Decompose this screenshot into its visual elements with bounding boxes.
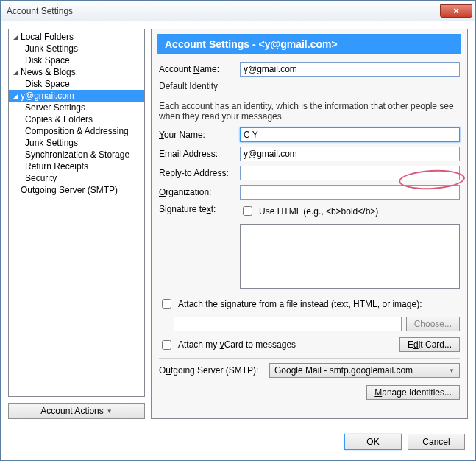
use-html-row: Use HTML (e.g., <b>bold</b>) [240, 204, 460, 218]
organization-input[interactable] [240, 185, 460, 200]
cancel-button[interactable]: Cancel [408, 434, 465, 450]
titlebar: Account Settings ✕ [1, 1, 475, 21]
tree-local-junk[interactable]: Junk Settings [9, 43, 144, 54]
tree-news-blogs[interactable]: ◢ News & Blogs [9, 66, 144, 78]
tree-local-disk[interactable]: Disk Space [9, 54, 144, 66]
tree-security[interactable]: Security [9, 172, 144, 184]
chevron-down-icon: ◢ [13, 92, 21, 99]
tree-return-receipts[interactable]: Return Receipts [9, 161, 144, 172]
tree-junk-settings[interactable]: Junk Settings [9, 137, 144, 149]
email-input[interactable] [240, 147, 460, 161]
divider [159, 358, 460, 359]
smtp-row: Outgoing Server (SMTP): Google Mail - sm… [159, 363, 460, 378]
email-row: Email Address: [159, 147, 460, 161]
tree-sync-storage[interactable]: Synchronization & Storage [9, 149, 144, 161]
close-icon: ✕ [453, 7, 459, 15]
signature-label: Signature text: [159, 204, 240, 214]
smtp-value: Google Mail - smtp.googlemail.com [274, 365, 413, 376]
smtp-label: Outgoing Server (SMTP): [159, 365, 269, 376]
use-html-checkbox[interactable] [243, 206, 252, 216]
account-name-row: Account Name: [159, 62, 460, 77]
reply-to-label: Reply-to Address: [159, 168, 240, 178]
use-html-label: Use HTML (e.g., <b>bold</b>) [259, 206, 378, 217]
account-name-label: Account Name: [159, 64, 240, 74]
your-name-row: Your Name: [159, 127, 460, 142]
sig-file-row: Choose... [159, 317, 460, 331]
reply-to-row: Reply-to Address: [159, 166, 460, 180]
dialog-window: Account Settings ✕ ◢ Local Folders Junk … [0, 0, 476, 461]
attach-sig-label: Attach the signature from a file instead… [178, 299, 422, 309]
manage-identities-row: Manage Identities... [159, 385, 460, 400]
tree-composition-addressing[interactable]: Composition & Addressing [9, 125, 144, 137]
tree-outgoing-smtp[interactable]: Outgoing Server (SMTP) [9, 184, 144, 196]
sig-file-input [174, 317, 402, 331]
chevron-down-icon: ◢ [13, 33, 21, 41]
edit-card-button[interactable]: Edit Card... [399, 337, 460, 352]
signature-row: Signature text: Use HTML (e.g., <b>bold<… [159, 204, 460, 291]
account-actions-button[interactable]: Account Actions ▼ [8, 403, 145, 419]
your-name-input[interactable] [240, 127, 460, 142]
account-actions-label: Account Actions [40, 406, 103, 416]
tree-local-folders[interactable]: ◢ Local Folders [9, 31, 144, 43]
chevron-down-icon: ▼ [107, 408, 113, 415]
tree-copies-folders[interactable]: Copies & Folders [9, 113, 144, 125]
choose-button[interactable]: Choose... [406, 317, 460, 331]
attach-vcard-row: Attach my vCard to messages Edit Card... [159, 337, 460, 352]
organization-label: Organization: [159, 187, 240, 197]
settings-panel: Account Settings - <y@gmail.com> Account… [151, 29, 468, 419]
divider [159, 96, 460, 96]
dialog-footer: OK Cancel [1, 426, 475, 460]
attach-vcard-label: Attach my vCard to messages [178, 339, 296, 350]
attach-sig-row: Attach the signature from a file instead… [159, 297, 460, 311]
content-area: ◢ Local Folders Junk Settings Disk Space… [1, 21, 475, 426]
organization-row: Organization: [159, 185, 460, 200]
identity-desc: Each account has an identity, which is t… [159, 101, 460, 122]
tree-pane: ◢ Local Folders Junk Settings Disk Space… [8, 29, 145, 419]
close-button[interactable]: ✕ [440, 4, 472, 18]
tree-news-disk[interactable]: Disk Space [9, 78, 144, 90]
smtp-select[interactable]: Google Mail - smtp.googlemail.com ▼ [269, 363, 460, 378]
your-name-label: Your Name: [159, 130, 240, 140]
chevron-down-icon: ▼ [449, 367, 455, 374]
panel-header: Account Settings - <y@gmail.com> [157, 34, 461, 54]
signature-textarea[interactable] [240, 224, 460, 289]
chevron-down-icon: ◢ [13, 68, 21, 76]
attach-sig-checkbox[interactable] [162, 299, 171, 309]
manage-identities-button[interactable]: Manage Identities... [366, 385, 460, 400]
window-title: Account Settings [7, 6, 73, 16]
attach-vcard-checkbox[interactable] [162, 340, 171, 350]
reply-to-input[interactable] [240, 166, 460, 180]
account-tree[interactable]: ◢ Local Folders Junk Settings Disk Space… [8, 29, 145, 397]
tree-account-gmail[interactable]: ◢ y@gmail.com [9, 90, 144, 102]
identity-title: Default Identity [159, 81, 460, 91]
tree-server-settings[interactable]: Server Settings [9, 102, 144, 113]
account-name-input[interactable] [240, 62, 460, 77]
ok-button[interactable]: OK [344, 434, 402, 450]
email-label: Email Address: [159, 149, 240, 159]
